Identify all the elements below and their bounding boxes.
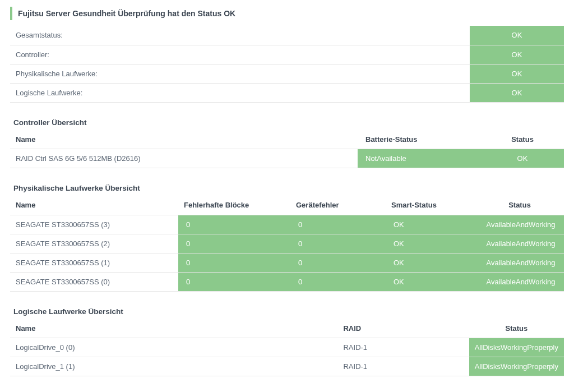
status-badge: AvailableAndWorking bbox=[475, 215, 564, 234]
overall-label: Gesamtstatus: bbox=[10, 26, 470, 45]
smart-status: OK bbox=[386, 234, 475, 253]
col-deverr: Gerätefehler bbox=[290, 196, 386, 215]
table-row: Controller: OK bbox=[10, 45, 564, 64]
col-battery: Batterie-Status bbox=[358, 130, 481, 149]
col-raid: RAID bbox=[337, 319, 469, 338]
battery-status: NotAvailable bbox=[358, 149, 481, 168]
col-status: Status bbox=[469, 319, 564, 338]
drive-name: SEAGATE ST3300657SS (3) bbox=[10, 215, 178, 234]
status-badge: OK bbox=[470, 83, 564, 102]
col-name: Name bbox=[10, 319, 337, 338]
page-title: Fujitsu Server Gesundheit Überprüfung ha… bbox=[10, 7, 564, 20]
table-row: SEAGATE ST3300657SS (0) 0 0 OK Available… bbox=[10, 272, 564, 291]
table-row: SEAGATE ST3300657SS (1) 0 0 OK Available… bbox=[10, 253, 564, 272]
status-badge: OK bbox=[470, 64, 564, 83]
status-badge: OK bbox=[470, 45, 564, 64]
table-row: LogicalDrive_0 (0) RAID-1 AllDisksWorkin… bbox=[10, 338, 564, 357]
table-row: Physikalische Laufwerke: OK bbox=[10, 64, 564, 83]
col-status: Status bbox=[475, 196, 564, 215]
col-smart: Smart-Status bbox=[386, 196, 475, 215]
overall-label: Physikalische Laufwerke: bbox=[10, 64, 470, 83]
col-name: Name bbox=[10, 196, 178, 215]
status-badge: OK bbox=[470, 26, 564, 45]
logical-drive-name: LogicalDrive_0 (0) bbox=[10, 338, 337, 357]
device-errors: 0 bbox=[290, 253, 386, 272]
bad-blocks: 0 bbox=[178, 234, 290, 253]
controller-name: RAID Ctrl SAS 6G 5/6 512MB (D2616) bbox=[10, 149, 358, 168]
table-row: RAID Ctrl SAS 6G 5/6 512MB (D2616) NotAv… bbox=[10, 149, 564, 168]
drive-name: SEAGATE ST3300657SS (1) bbox=[10, 253, 178, 272]
status-badge: AvailableAndWorking bbox=[475, 234, 564, 253]
overall-status-table: Gesamtstatus: OK Controller: OK Physikal… bbox=[10, 26, 564, 103]
status-badge: AllDisksWorkingProperply bbox=[469, 357, 564, 376]
logical-drive-name: LogicalDrive_1 (1) bbox=[10, 357, 337, 376]
controller-section-title: Controller Übersicht bbox=[13, 118, 564, 127]
table-header-row: Name Batterie-Status Status bbox=[10, 130, 564, 149]
status-badge: AvailableAndWorking bbox=[475, 253, 564, 272]
smart-status: OK bbox=[386, 215, 475, 234]
col-status: Status bbox=[481, 130, 564, 149]
overall-label: Logische Laufwerke: bbox=[10, 83, 470, 102]
overall-label: Controller: bbox=[10, 45, 470, 64]
table-header-row: Name RAID Status bbox=[10, 319, 564, 338]
physical-drives-table: Name Fehlerhafte Blöcke Gerätefehler Sma… bbox=[10, 196, 564, 292]
table-row: Gesamtstatus: OK bbox=[10, 26, 564, 45]
device-errors: 0 bbox=[290, 272, 386, 291]
drive-name: SEAGATE ST3300657SS (2) bbox=[10, 234, 178, 253]
device-errors: 0 bbox=[290, 234, 386, 253]
table-header-row: Name Fehlerhafte Blöcke Gerätefehler Sma… bbox=[10, 196, 564, 215]
table-row: LogicalDrive_1 (1) RAID-1 AllDisksWorkin… bbox=[10, 357, 564, 376]
bad-blocks: 0 bbox=[178, 253, 290, 272]
raid-level: RAID-1 bbox=[337, 338, 469, 357]
bad-blocks: 0 bbox=[178, 215, 290, 234]
logical-drives-table: Name RAID Status LogicalDrive_0 (0) RAID… bbox=[10, 319, 564, 377]
col-badblocks: Fehlerhafte Blöcke bbox=[178, 196, 290, 215]
controller-table: Name Batterie-Status Status RAID Ctrl SA… bbox=[10, 130, 564, 169]
table-row: Logische Laufwerke: OK bbox=[10, 83, 564, 102]
table-row: SEAGATE ST3300657SS (3) 0 0 OK Available… bbox=[10, 215, 564, 234]
status-badge: AvailableAndWorking bbox=[475, 272, 564, 291]
logical-section-title: Logische Laufwerke Übersicht bbox=[13, 307, 564, 316]
bad-blocks: 0 bbox=[178, 272, 290, 291]
status-badge: AllDisksWorkingProperply bbox=[469, 338, 564, 357]
raid-level: RAID-1 bbox=[337, 357, 469, 376]
col-name: Name bbox=[10, 130, 358, 149]
smart-status: OK bbox=[386, 272, 475, 291]
smart-status: OK bbox=[386, 253, 475, 272]
device-errors: 0 bbox=[290, 215, 386, 234]
table-row: SEAGATE ST3300657SS (2) 0 0 OK Available… bbox=[10, 234, 564, 253]
drive-name: SEAGATE ST3300657SS (0) bbox=[10, 272, 178, 291]
status-badge: OK bbox=[481, 149, 564, 168]
physical-section-title: Physikalische Laufwerke Übersicht bbox=[13, 184, 564, 192]
